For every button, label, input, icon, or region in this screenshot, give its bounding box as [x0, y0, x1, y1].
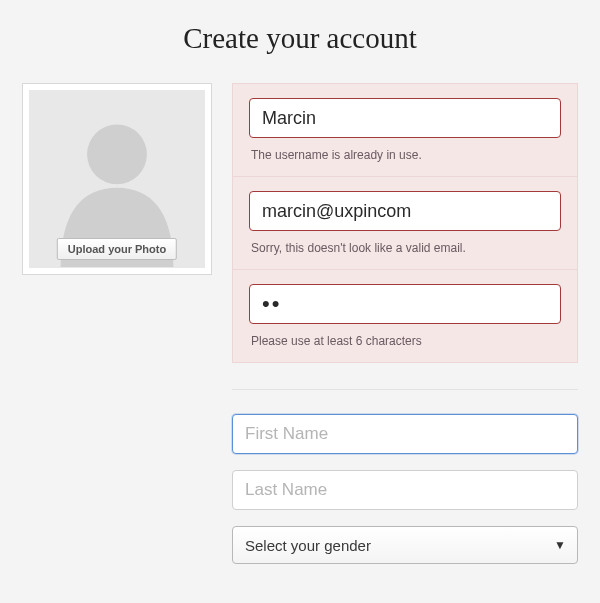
svg-point-1 [87, 124, 147, 184]
first-name-input[interactable] [232, 414, 578, 454]
password-error: Please use at least 6 characters [249, 324, 561, 350]
password-block: Please use at least 6 characters [233, 270, 577, 362]
photo-box: Upload your Photo [22, 83, 212, 275]
photo-column: Upload your Photo [22, 83, 212, 275]
form-layout: Upload your Photo The username is alread… [0, 83, 600, 564]
username-input[interactable] [249, 98, 561, 138]
email-error: Sorry, this doesn't look like a valid em… [249, 231, 561, 257]
section-divider [232, 389, 578, 390]
username-block: The username is already in use. [233, 84, 577, 177]
error-field-group: The username is already in use. Sorry, t… [232, 83, 578, 363]
form-column: The username is already in use. Sorry, t… [232, 83, 578, 564]
upload-photo-button[interactable]: Upload your Photo [57, 238, 177, 260]
email-input[interactable] [249, 191, 561, 231]
password-input[interactable] [249, 284, 561, 324]
email-block: Sorry, this doesn't look like a valid em… [233, 177, 577, 270]
gender-select-wrap: Select your gender ▼ [232, 526, 578, 564]
username-error: The username is already in use. [249, 138, 561, 164]
last-name-input[interactable] [232, 470, 578, 510]
avatar-placeholder: Upload your Photo [29, 90, 205, 268]
page-title: Create your account [0, 0, 600, 83]
gender-select[interactable]: Select your gender [232, 526, 578, 564]
